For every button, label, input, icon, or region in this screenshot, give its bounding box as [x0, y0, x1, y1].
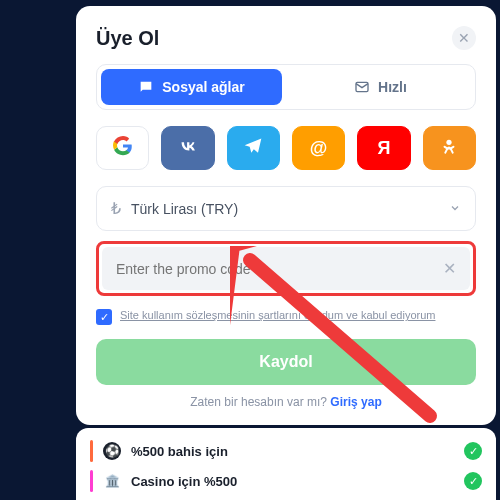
promo-highlight-box: ✕	[96, 241, 476, 296]
mailru-icon: @	[310, 138, 328, 159]
promo-field: ✕	[102, 247, 470, 290]
mailru-login-button[interactable]: @	[292, 126, 345, 170]
signup-modal: Üye Ol ✕ Sosyal ağlar Hızlı	[76, 6, 496, 425]
telegram-login-button[interactable]	[227, 126, 280, 170]
currency-select[interactable]: ₺ Türk Lirası (TRY)	[96, 186, 476, 231]
modal-header: Üye Ol ✕	[96, 26, 476, 50]
yandex-icon: Я	[378, 138, 391, 159]
vk-icon	[177, 135, 199, 162]
terms-text: Site kullanım sözleşmesinin şartlarını o…	[120, 308, 435, 323]
google-login-button[interactable]	[96, 126, 149, 170]
sports-icon: ⚽	[103, 442, 121, 460]
bonus-item[interactable]: 🏛️ Casino için %500 ✓	[90, 466, 482, 496]
login-prompt: Zaten bir hesabın var mı?	[190, 395, 327, 409]
login-line: Zaten bir hesabın var mı? Giriş yap	[96, 395, 476, 409]
bonus-panel: ⚽ %500 bahis için ✓ 🏛️ Casino için %500 …	[76, 428, 496, 500]
bonus-label: Casino için %500	[131, 474, 237, 489]
ok-icon	[440, 137, 458, 160]
signup-tabs: Sosyal ağlar Hızlı	[96, 64, 476, 110]
close-icon[interactable]: ✕	[452, 26, 476, 50]
bonus-label: %500 bahis için	[131, 444, 228, 459]
mail-icon	[354, 79, 370, 95]
google-icon	[113, 136, 133, 161]
currency-label: Türk Lirası (TRY)	[131, 201, 238, 217]
bonus-item[interactable]: ⚽ %500 bahis için ✓	[90, 436, 482, 466]
tab-social[interactable]: Sosyal ağlar	[101, 69, 282, 105]
bonus-item[interactable]: % %30'a varan cashback ✓	[90, 496, 482, 500]
check-badge-icon: ✓	[464, 472, 482, 490]
svg-point-1	[447, 139, 452, 144]
yandex-login-button[interactable]: Я	[357, 126, 410, 170]
vk-login-button[interactable]	[161, 126, 214, 170]
chat-icon	[138, 79, 154, 95]
bonus-stripe	[90, 440, 93, 462]
ok-login-button[interactable]	[423, 126, 476, 170]
social-login-row: @ Я	[96, 126, 476, 170]
modal-title: Üye Ol	[96, 27, 159, 50]
terms-row: ✓ Site kullanım sözleşmesinin şartlarını…	[96, 308, 476, 325]
chevron-down-icon	[449, 200, 461, 218]
bonus-stripe	[90, 470, 93, 492]
clear-icon[interactable]: ✕	[435, 259, 456, 278]
login-link[interactable]: Giriş yap	[330, 395, 381, 409]
tab-quick-label: Hızlı	[378, 79, 407, 95]
promo-input[interactable]	[116, 261, 435, 277]
currency-symbol-icon: ₺	[111, 199, 121, 218]
terms-checkbox[interactable]: ✓	[96, 309, 112, 325]
casino-icon: 🏛️	[103, 472, 121, 490]
tab-social-label: Sosyal ağlar	[162, 79, 245, 95]
submit-button[interactable]: Kaydol	[96, 339, 476, 385]
telegram-icon	[243, 136, 263, 161]
check-badge-icon: ✓	[464, 442, 482, 460]
tab-quick[interactable]: Hızlı	[290, 69, 471, 105]
